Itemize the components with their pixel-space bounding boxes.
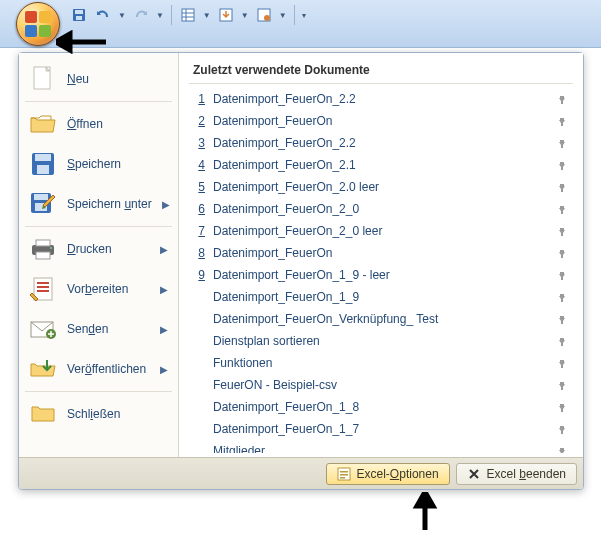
close-icon: [467, 467, 481, 481]
svg-rect-12: [35, 154, 51, 161]
pin-icon[interactable]: [555, 158, 569, 172]
menu-item-close[interactable]: Schließen: [19, 394, 178, 434]
menu-item-prepare[interactable]: Vorbereiten▶: [19, 269, 178, 309]
recent-document-item[interactable]: 4Datenimport_FeuerOn_2.1: [189, 154, 573, 176]
svg-rect-3: [182, 9, 194, 21]
pin-icon[interactable]: [555, 422, 569, 436]
pin-icon[interactable]: [555, 290, 569, 304]
pin-icon[interactable]: [555, 224, 569, 238]
recent-document-item[interactable]: 9Datenimport_FeuerOn_1_9 - leer: [189, 264, 573, 286]
qat-redo-button[interactable]: [130, 4, 152, 26]
menu-item-save[interactable]: Speichern: [19, 144, 178, 184]
excel-options-button[interactable]: Excel-Optionen: [326, 463, 450, 485]
recent-document-item[interactable]: Datenimport_FeuerOn_Verknüpfung_ Test: [189, 308, 573, 330]
recent-item-number: 4: [193, 158, 205, 172]
qat-custom2-button[interactable]: [215, 4, 237, 26]
menu-item-new[interactable]: Neu: [19, 59, 178, 99]
menu-item-label: Drucken: [67, 242, 150, 256]
sheet-check-icon: [256, 7, 272, 23]
pin-icon[interactable]: [555, 114, 569, 128]
recent-document-item[interactable]: 6Datenimport_FeuerOn_2_0: [189, 198, 573, 220]
qat-custom3-button[interactable]: [253, 4, 275, 26]
pin-icon[interactable]: [555, 268, 569, 282]
pin-icon[interactable]: [555, 180, 569, 194]
prepare-icon: [29, 275, 57, 303]
pin-icon[interactable]: [555, 136, 569, 150]
recent-item-number: 6: [193, 202, 205, 216]
svg-rect-21: [34, 278, 52, 300]
excel-options-label: Excel-Optionen: [357, 467, 439, 481]
qat-undo-dropdown[interactable]: ▼: [116, 11, 128, 20]
submenu-arrow-icon: ▶: [160, 324, 168, 335]
recent-item-number: 2: [193, 114, 205, 128]
recent-document-item[interactable]: 3Datenimport_FeuerOn_2.2: [189, 132, 573, 154]
menu-item-label: Schließen: [67, 407, 168, 421]
menu-item-publish[interactable]: Veröffentlichen▶: [19, 349, 178, 389]
svg-point-20: [50, 247, 52, 249]
recent-document-item[interactable]: 2Datenimport_FeuerOn: [189, 110, 573, 132]
recent-document-item[interactable]: Datenimport_FeuerOn_1_9: [189, 286, 573, 308]
menu-footer: Excel-Optionen Excel beenden: [19, 457, 583, 489]
pin-icon[interactable]: [555, 246, 569, 260]
recent-document-item[interactable]: Datenimport_FeuerOn_1_8: [189, 396, 573, 418]
menu-body: NeuÖffnenSpeichernSpeichern unter▶Drucke…: [19, 53, 583, 457]
pin-icon[interactable]: [555, 444, 569, 453]
recent-document-item[interactable]: Dienstplan sortieren: [189, 330, 573, 352]
pin-icon[interactable]: [555, 356, 569, 370]
save-icon: [71, 7, 87, 23]
recent-document-item[interactable]: 8Datenimport_FeuerOn: [189, 242, 573, 264]
menu-item-label: Senden: [67, 322, 150, 336]
recent-item-name: Datenimport_FeuerOn_2.2: [213, 136, 547, 150]
recent-item-name: Funktionen: [213, 356, 547, 370]
saveas-icon: [29, 190, 57, 218]
recent-document-item[interactable]: Funktionen: [189, 352, 573, 374]
submenu-arrow-icon: ▶: [160, 284, 168, 295]
quick-access-toolbar: ▼ ▼ ▼ ▼ ▼ ▾: [68, 4, 308, 26]
menu-separator: [25, 391, 172, 392]
qat-custom3-dropdown[interactable]: ▼: [277, 11, 289, 20]
pin-icon[interactable]: [555, 400, 569, 414]
svg-rect-18: [36, 240, 50, 246]
menu-item-open[interactable]: Öffnen: [19, 104, 178, 144]
menu-item-label: Öffnen: [67, 117, 168, 131]
annotation-arrow-excel-options: [410, 492, 440, 532]
recent-item-name: Datenimport_FeuerOn_1_9: [213, 290, 547, 304]
pin-icon[interactable]: [555, 312, 569, 326]
svg-rect-13: [37, 165, 49, 174]
recent-document-item[interactable]: Datenimport_FeuerOn_1_7: [189, 418, 573, 440]
recent-document-item[interactable]: 1Datenimport_FeuerOn_2.2: [189, 88, 573, 110]
sheet-icon: [180, 7, 196, 23]
office-button[interactable]: [16, 2, 60, 46]
recent-document-item[interactable]: 5Datenimport_FeuerOn_2.0 leer: [189, 176, 573, 198]
qat-redo-dropdown[interactable]: ▼: [154, 11, 166, 20]
pin-icon[interactable]: [555, 202, 569, 216]
menu-item-send[interactable]: Senden▶: [19, 309, 178, 349]
recent-item-number: 5: [193, 180, 205, 194]
recent-document-item[interactable]: FeuerON - Beispiel-csv: [189, 374, 573, 396]
recent-item-number: 9: [193, 268, 205, 282]
menu-item-saveas[interactable]: Speichern unter▶: [19, 184, 178, 224]
recent-document-item[interactable]: 7Datenimport_FeuerOn_2_0 leer: [189, 220, 573, 242]
qat-save-button[interactable]: [68, 4, 90, 26]
excel-exit-button[interactable]: Excel beenden: [456, 463, 577, 485]
menu-item-label: Veröffentlichen: [67, 362, 150, 376]
qat-separator-2: [294, 5, 295, 25]
recent-document-item[interactable]: Mitglieder: [189, 440, 573, 453]
qat-custom1-button[interactable]: [177, 4, 199, 26]
pin-icon[interactable]: [555, 92, 569, 106]
recent-item-number: 1: [193, 92, 205, 106]
pin-icon[interactable]: [555, 334, 569, 348]
qat-undo-button[interactable]: [92, 4, 114, 26]
pin-icon[interactable]: [555, 378, 569, 392]
menu-item-label: Vorbereiten: [67, 282, 150, 296]
qat-customize-dropdown[interactable]: ▾: [300, 11, 308, 20]
menu-item-print[interactable]: Drucken▶: [19, 229, 178, 269]
office-logo-icon: [25, 11, 51, 37]
sheet-arrow-icon: [218, 7, 234, 23]
menu-item-label: Speichern: [67, 157, 168, 171]
recent-item-name: Datenimport_FeuerOn_1_9 - leer: [213, 268, 547, 282]
qat-custom2-dropdown[interactable]: ▼: [239, 11, 251, 20]
close-icon: [29, 400, 57, 428]
menu-separator: [25, 226, 172, 227]
qat-custom1-dropdown[interactable]: ▼: [201, 11, 213, 20]
